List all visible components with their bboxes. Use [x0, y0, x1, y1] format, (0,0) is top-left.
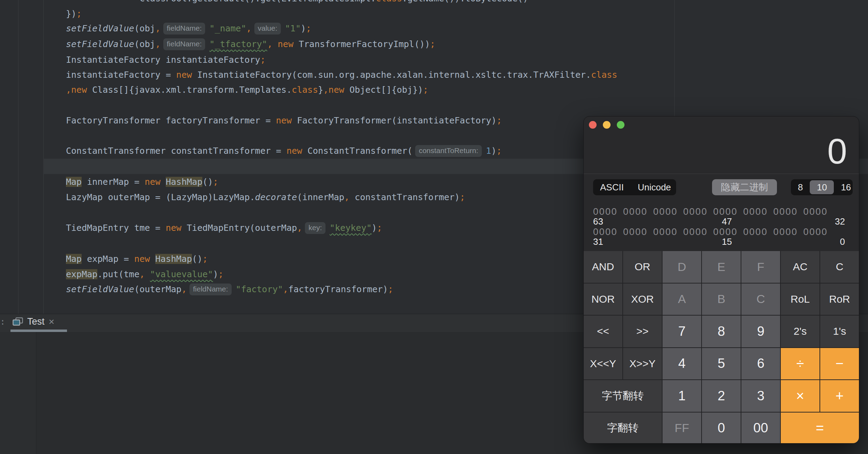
code-token: ,: [283, 284, 288, 294]
calc-key-OR[interactable]: OR: [623, 251, 662, 283]
calc-key-÷[interactable]: ÷: [781, 348, 820, 380]
code-line: TiedMapEntry tme = new TiedMapEntry(oute…: [66, 220, 382, 236]
calc-key-X>>Y[interactable]: X>>Y: [623, 348, 662, 380]
code-token: "_name": [209, 23, 246, 33]
code-token: setFieldValue: [66, 39, 134, 49]
calc-key-−[interactable]: −: [820, 348, 859, 380]
code-token: ,: [181, 284, 187, 294]
segment-unicode[interactable]: Unicode: [631, 179, 678, 195]
calc-key-×[interactable]: ×: [781, 380, 820, 412]
calculator-window[interactable]: 0 ASCII Unicode 隐藏二进制 81016 0000 0000 00…: [583, 116, 859, 444]
code-line: FactoryTransformer factoryTransformer = …: [66, 113, 502, 128]
calc-key-字节翻转[interactable]: 字节翻转: [584, 380, 662, 412]
code-token: "keykey": [330, 223, 372, 233]
calc-key-RoL[interactable]: RoL: [781, 283, 820, 315]
code-token: new: [176, 70, 192, 80]
code-token: class: [292, 85, 318, 95]
segment-ascii[interactable]: ASCII: [593, 179, 631, 195]
calc-key->>[interactable]: >>: [623, 316, 662, 347]
calc-key-E[interactable]: E: [702, 251, 741, 283]
window-close-button[interactable]: [589, 121, 597, 129]
calc-key-4[interactable]: 4: [663, 348, 701, 380]
code-token: ,: [267, 39, 272, 49]
calc-key-0[interactable]: 0: [702, 413, 741, 444]
calculator-display: 0: [827, 131, 847, 172]
code-token: expMap: [66, 269, 97, 279]
tab-test[interactable]: Test ×: [10, 314, 57, 330]
calc-key-F[interactable]: F: [741, 251, 780, 283]
code-token: innerMap =: [82, 177, 145, 187]
calc-key-AND[interactable]: AND: [584, 251, 622, 283]
encoding-segment[interactable]: ASCII Unicode: [593, 179, 676, 195]
code-token: ;: [496, 146, 502, 156]
calc-key-2's[interactable]: 2's: [781, 316, 820, 347]
window-zoom-button[interactable]: [617, 121, 624, 129]
code-token: instantiateFactory =: [66, 70, 176, 80]
code-token: setFieldValue: [66, 23, 134, 33]
code-token: ConstantTransformer(: [302, 146, 412, 156]
code-token: FactoryTransformer factoryTransformer =: [66, 115, 276, 126]
binary-bits-row2: 0000 0000 0000 0000 0000 0000 0000 0000: [593, 227, 851, 237]
code-token: ;: [260, 55, 265, 65]
bit-label-31: 31: [593, 236, 603, 247]
calc-key-A[interactable]: A: [663, 283, 701, 315]
console-toolbar: [0, 332, 36, 454]
code-line: Map innerMap = new HashMap();: [66, 174, 218, 190]
base-option-16[interactable]: 16: [834, 179, 858, 195]
calc-key-5[interactable]: 5: [702, 348, 741, 380]
code-token: ,: [66, 85, 71, 95]
code-token: ,: [155, 39, 160, 49]
code-line: ,new Class[]{javax.xml.transform.Templat…: [66, 82, 428, 98]
base-option-10[interactable]: 10: [810, 180, 834, 194]
calc-key-FF[interactable]: FF: [663, 413, 701, 444]
base-option-8[interactable]: 8: [791, 179, 810, 195]
screenshot-stage: ClassPool.getDefault().get(EvilTemplates…: [0, 0, 868, 454]
calc-key-C[interactable]: C: [820, 251, 859, 283]
console-window-icon: [13, 317, 23, 326]
calc-key-00[interactable]: 00: [741, 413, 780, 444]
calc-key-9[interactable]: 9: [741, 316, 780, 347]
base-segment[interactable]: 81016: [791, 179, 853, 195]
code-line: ClassPool.getDefault().get(EvilTemplates…: [140, 0, 528, 6]
calc-key-AC[interactable]: AC: [781, 251, 820, 283]
bit-label-0: 0: [840, 236, 845, 247]
code-token: ): [372, 223, 377, 233]
bit-label-32: 32: [835, 216, 845, 227]
code-token: (): [202, 177, 213, 187]
code-token: }): [66, 9, 76, 19]
code-token: new: [329, 85, 344, 95]
calc-key-B[interactable]: B: [702, 283, 741, 315]
calc-key-1[interactable]: 1: [663, 380, 701, 412]
code-token: [150, 254, 155, 264]
calc-key-X<<Y[interactable]: X<<Y: [584, 348, 622, 380]
calc-key-=[interactable]: =: [781, 413, 859, 444]
code-token: TiedMapEntry(outerMap: [181, 223, 297, 233]
calc-key-XOR[interactable]: XOR: [623, 283, 662, 315]
hide-binary-button[interactable]: 隐藏二进制: [712, 179, 777, 195]
tab-close-icon[interactable]: ×: [49, 317, 54, 327]
bit-label-47: 47: [722, 216, 732, 227]
calc-key-7[interactable]: 7: [663, 316, 701, 347]
calc-key-C[interactable]: C: [741, 283, 780, 315]
calc-key-3[interactable]: 3: [741, 380, 780, 412]
calc-key-D[interactable]: D: [663, 251, 701, 283]
calc-key-6[interactable]: 6: [741, 348, 780, 380]
tab-selected-indicator: [10, 330, 67, 332]
calc-key-字翻转[interactable]: 字翻转: [584, 413, 662, 444]
calc-key-+[interactable]: +: [820, 380, 859, 412]
calc-key-RoR[interactable]: RoR: [820, 283, 859, 315]
code-token: ;: [306, 23, 311, 33]
code-token: ;: [202, 254, 208, 264]
calc-key-2[interactable]: 2: [702, 380, 741, 412]
code-token: new: [134, 254, 150, 264]
code-token: ;: [430, 39, 435, 49]
calc-key-1's[interactable]: 1's: [820, 316, 859, 347]
code-token: ;: [218, 269, 224, 279]
calc-key-NOR[interactable]: NOR: [584, 283, 622, 315]
calc-key-8[interactable]: 8: [702, 316, 741, 347]
code-token: "factory": [236, 284, 283, 294]
code-token: ,: [246, 23, 252, 33]
calc-key-<<[interactable]: <<: [584, 316, 622, 347]
code-token: Class[]{javax.xml.transform.Templates.: [87, 85, 292, 95]
window-minimize-button[interactable]: [603, 121, 611, 129]
